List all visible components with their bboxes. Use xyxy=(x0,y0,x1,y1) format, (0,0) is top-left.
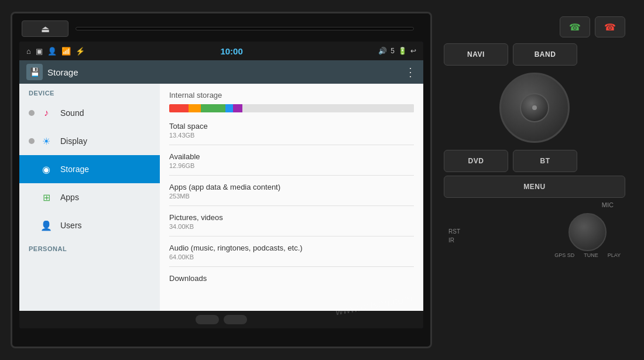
bar-apps xyxy=(169,104,189,112)
available-label: Available xyxy=(169,152,414,161)
wifi-icon: 📶 xyxy=(61,47,71,56)
top-hardware-bar: ⏏ xyxy=(17,18,426,39)
sidebar-item-users[interactable]: 👤 Users xyxy=(19,211,160,239)
pictures-value: 34.00KB xyxy=(169,223,414,230)
volume-level: 5 xyxy=(390,47,395,55)
rotary-knob-container xyxy=(444,73,625,143)
audio-value: 64.00KB xyxy=(169,253,414,260)
apps-storage-value: 253MB xyxy=(169,193,414,200)
internal-storage-title: Internal storage xyxy=(169,91,414,100)
sidebar-item-storage[interactable]: ◉ Storage xyxy=(19,155,160,183)
rst-label: RST xyxy=(448,228,460,235)
downloads-label: Downloads xyxy=(169,274,414,283)
storage-main-content: Internal storage Total space 13.43GB xyxy=(160,84,423,311)
ir-label: IR xyxy=(448,237,460,244)
clock-display: 10:00 xyxy=(220,46,242,56)
display-icon: ☀ xyxy=(39,134,53,148)
app-bar-title: Storage xyxy=(47,67,405,77)
navi-button[interactable]: NAVI xyxy=(444,43,508,66)
display-indicator xyxy=(29,138,35,144)
bar-audio xyxy=(201,104,225,112)
tune-label: TUNE xyxy=(584,252,598,258)
bluetooth-icon: ⚡ xyxy=(76,47,85,56)
settings-sidebar: DEVICE ♪ Sound ☀ Display ◉ Stor xyxy=(19,84,160,311)
back-icon[interactable]: ↩ xyxy=(410,47,416,55)
sound-indicator xyxy=(29,110,35,116)
answer-call-button[interactable]: ☎ xyxy=(560,16,590,37)
dvd-bt-row: DVD BT xyxy=(444,150,625,172)
bt-button[interactable]: BT xyxy=(513,150,577,172)
pictures-label: Pictures, videos xyxy=(169,213,414,222)
mic-label: MIC xyxy=(602,201,614,208)
apps-storage-label: Apps (app data & media content) xyxy=(169,183,414,191)
sound-label: Sound xyxy=(60,108,84,118)
bar-pictures xyxy=(189,104,201,112)
main-rotary-knob[interactable] xyxy=(499,73,570,143)
speaker-icon: 🔊 xyxy=(378,47,387,55)
tune-play-labels: GPS SD TUNE PLAY xyxy=(554,252,621,258)
answer-icon: ☎ xyxy=(569,22,581,33)
audio-label: Audio (music, ringtones, podcasts, etc.) xyxy=(169,244,414,252)
rst-tune-play-row: RST IR GPS SD TUNE PLAY xyxy=(444,212,625,259)
overflow-menu-icon[interactable]: ⋮ xyxy=(405,65,416,79)
storage-app-icon: 💾 xyxy=(30,67,40,77)
sidebar-item-apps[interactable]: ⊞ Apps xyxy=(19,183,160,211)
hangup-call-button[interactable]: ☎ xyxy=(595,16,625,37)
menu-button[interactable]: MENU xyxy=(444,176,625,198)
nav-btn-1[interactable] xyxy=(196,315,219,324)
bar-downloads xyxy=(225,104,233,112)
apps-icon: ⊞ xyxy=(39,190,53,204)
call-buttons-row: ☎ ☎ xyxy=(444,16,625,37)
band-button[interactable]: BAND xyxy=(513,43,577,66)
dvd-button[interactable]: DVD xyxy=(444,150,508,172)
status-right-icons: 🔊 5 🔋 ↩ xyxy=(378,47,416,55)
knob-inner xyxy=(520,93,549,122)
sidebar-item-display[interactable]: ☀ Display xyxy=(19,127,160,155)
apps-indicator xyxy=(29,194,35,200)
storage-apps: Apps (app data & media content) 253MB xyxy=(169,183,414,206)
storage-bar xyxy=(169,104,414,112)
home-icon[interactable]: ⌂ xyxy=(26,47,31,56)
nav-btn-2[interactable] xyxy=(224,315,247,324)
sidebar-item-sound[interactable]: ♪ Sound xyxy=(19,99,160,127)
device-section-label: DEVICE xyxy=(19,84,160,99)
app-bar: 💾 Storage ⋮ xyxy=(19,60,423,84)
storage-pictures: Pictures, videos 34.00KB xyxy=(169,213,414,236)
available-value: 12.96GB xyxy=(169,162,414,169)
hangup-icon: ☎ xyxy=(604,22,616,33)
eject-button[interactable]: ⏏ xyxy=(22,20,68,37)
bar-free xyxy=(242,104,414,112)
content-area: DEVICE ♪ Sound ☀ Display ◉ Stor xyxy=(19,84,423,311)
status-bar: ⌂ ▣ 👤 📶 ⚡ 10:00 🔊 5 🔋 ↩ xyxy=(19,42,423,60)
display-label: Display xyxy=(60,136,87,146)
battery-icon: 🔋 xyxy=(398,47,407,55)
car-unit: ⏏ ⌂ ▣ 👤 📶 ⚡ 10:00 🔊 5 🔋 ↩ xyxy=(0,0,644,360)
status-left-icons: ⌂ ▣ 👤 📶 ⚡ xyxy=(26,47,85,56)
mic-label-row: MIC xyxy=(444,201,625,208)
storage-downloads: Downloads xyxy=(169,274,414,290)
knob-dot xyxy=(532,105,537,110)
android-screen: ⌂ ▣ 👤 📶 ⚡ 10:00 🔊 5 🔋 ↩ 💾 xyxy=(19,42,423,328)
total-space-label: Total space xyxy=(169,122,414,131)
app-bar-icon: 💾 xyxy=(26,64,43,80)
storage-icon: ◉ xyxy=(39,162,53,176)
gps-sd-label: GPS SD xyxy=(554,252,574,258)
tune-knob[interactable] xyxy=(568,213,607,251)
rst-ir-group: RST IR xyxy=(448,228,460,244)
storage-label: Storage xyxy=(60,164,89,174)
recent-apps-icon[interactable]: ▣ xyxy=(36,47,43,56)
storage-audio: Audio (music, ringtones, podcasts, etc.)… xyxy=(169,244,414,267)
storage-available: Available 12.96GB xyxy=(169,152,414,176)
screen-housing: ⏏ ⌂ ▣ 👤 📶 ⚡ 10:00 🔊 5 🔋 ↩ xyxy=(11,12,432,348)
play-label: PLAY xyxy=(608,252,621,258)
controls-panel: ☎ ☎ NAVI BAND DVD BT MENU MIC xyxy=(438,12,631,348)
contacts-icon[interactable]: 👤 xyxy=(47,47,57,56)
bottom-nav-bar xyxy=(19,311,423,328)
disc-slot xyxy=(76,27,414,30)
menu-row: MENU xyxy=(444,176,625,198)
storage-indicator xyxy=(29,166,35,172)
navi-band-row: NAVI BAND xyxy=(444,43,625,66)
eject-icon: ⏏ xyxy=(41,23,50,35)
apps-label: Apps xyxy=(60,193,79,202)
users-label: Users xyxy=(60,221,82,230)
